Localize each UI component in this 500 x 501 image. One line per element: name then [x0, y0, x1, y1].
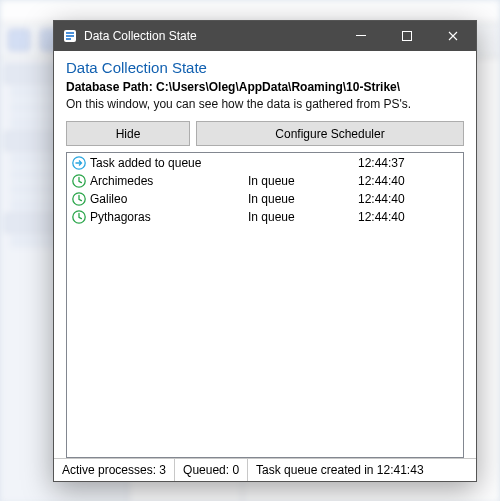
- hide-button-label: Hide: [116, 127, 141, 141]
- row-status: In queue: [248, 174, 354, 188]
- row-name: Pythagoras: [90, 210, 244, 224]
- svg-rect-5: [403, 32, 412, 41]
- header-title: Data Collection State: [66, 59, 464, 76]
- svg-rect-2: [66, 35, 74, 37]
- status-queued: Queued: 0: [175, 459, 248, 481]
- row-name: Archimedes: [90, 174, 244, 188]
- status-active: Active processes: 3: [54, 459, 175, 481]
- data-collection-dialog: Data Collection State Data Collection St…: [53, 20, 477, 482]
- task-list[interactable]: Task added to queue 12:44:37 Archimedes …: [66, 152, 464, 458]
- configure-scheduler-button[interactable]: Configure Scheduler: [196, 121, 464, 146]
- svg-rect-1: [66, 32, 74, 34]
- svg-rect-4: [356, 35, 366, 36]
- row-status: In queue: [248, 192, 354, 206]
- arrow-icon: [71, 156, 86, 171]
- hide-button[interactable]: Hide: [66, 121, 190, 146]
- svg-rect-3: [66, 38, 71, 40]
- description-text: On this window, you can see how the data…: [66, 97, 464, 111]
- list-item[interactable]: Pythagoras In queue 12:44:40: [67, 208, 463, 226]
- list-item[interactable]: Archimedes In queue 12:44:40: [67, 172, 463, 190]
- database-path: Database Path: C:\Users\Oleg\AppData\Roa…: [66, 80, 464, 94]
- maximize-button[interactable]: [384, 21, 430, 51]
- list-item[interactable]: Task added to queue 12:44:37: [67, 154, 463, 172]
- row-time: 12:44:37: [358, 156, 459, 170]
- row-time: 12:44:40: [358, 192, 459, 206]
- list-item[interactable]: Galileo In queue 12:44:40: [67, 190, 463, 208]
- row-time: 12:44:40: [358, 174, 459, 188]
- minimize-button[interactable]: [338, 21, 384, 51]
- status-bar: Active processes: 3 Queued: 0 Task queue…: [54, 458, 476, 481]
- dialog-titlebar[interactable]: Data Collection State: [54, 21, 476, 51]
- clock-icon: [71, 192, 86, 207]
- row-time: 12:44:40: [358, 210, 459, 224]
- configure-button-label: Configure Scheduler: [275, 127, 384, 141]
- row-name: Galileo: [90, 192, 244, 206]
- row-name: Task added to queue: [90, 156, 244, 170]
- close-button[interactable]: [430, 21, 476, 51]
- status-task: Task queue created in 12:41:43: [248, 459, 476, 481]
- row-status: In queue: [248, 210, 354, 224]
- app-icon: [62, 28, 78, 44]
- clock-icon: [71, 210, 86, 225]
- clock-icon: [71, 174, 86, 189]
- dialog-title-text: Data Collection State: [84, 29, 197, 43]
